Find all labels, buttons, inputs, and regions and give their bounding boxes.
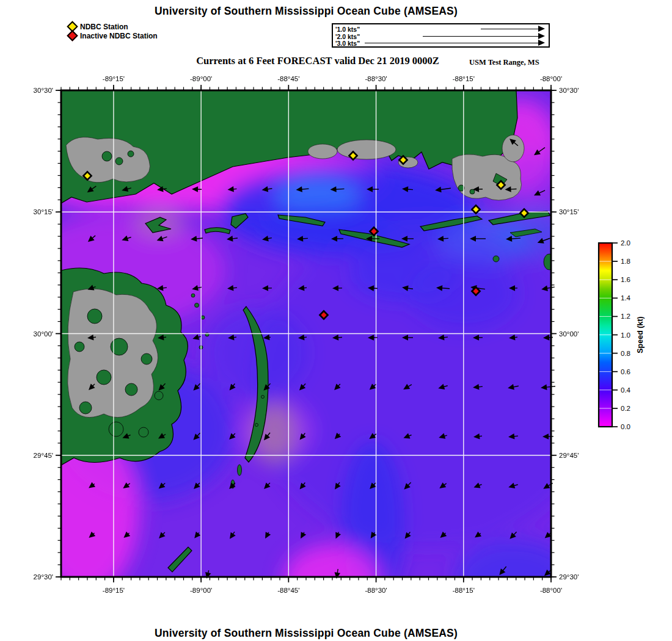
- inactive-station-diamond-icon: [67, 30, 78, 41]
- svg-text:30°30': 30°30': [559, 87, 579, 94]
- legend-label: Inactive NDBC Station: [80, 32, 158, 40]
- svg-text:30°15': 30°15': [34, 208, 53, 215]
- legend-label: NDBC Station: [80, 23, 128, 31]
- svg-text:-89°00': -89°00': [190, 587, 212, 594]
- scale-label: '2.0 kts": [335, 33, 360, 40]
- svg-text:-88°00': -88°00': [540, 75, 562, 82]
- colorbar-axis-label: Speed (kt): [636, 316, 645, 353]
- svg-text:-88°00': -88°00': [540, 587, 562, 594]
- scale-row: '2.0 kts": [333, 33, 549, 40]
- legend-item-inactive: Inactive NDBC Station: [67, 31, 158, 40]
- colorbar-tick-label: 0.6: [621, 368, 630, 375]
- scale-row: '1.0 kts": [333, 26, 549, 32]
- colorbar-tick-label: 0.8: [621, 350, 630, 357]
- scale-arrowhead-icon: [538, 33, 545, 39]
- svg-text:29°45': 29°45': [34, 452, 53, 459]
- svg-text:29°30': 29°30': [559, 573, 579, 581]
- svg-text:-88°45': -88°45': [277, 587, 299, 594]
- svg-text:-89°15': -89°15': [103, 75, 125, 82]
- colorbar-tick-label: 1.6: [621, 276, 630, 283]
- svg-text:30°00': 30°00': [34, 330, 53, 338]
- footer-title: University of Southern Mississippi Ocean…: [0, 627, 612, 640]
- scale-label: '3.0 kts": [335, 40, 360, 47]
- svg-text:30°15': 30°15': [559, 208, 579, 215]
- back-bay-marsh: [337, 140, 396, 159]
- svg-text:-88°30': -88°30': [365, 75, 387, 82]
- page-title: University of Southern Mississippi Ocean…: [0, 5, 612, 18]
- svg-text:29°45': 29°45': [559, 452, 579, 459]
- svg-text:30°00': 30°00': [559, 330, 579, 338]
- scale-arrow-line: [481, 29, 539, 29]
- scale-arrowhead-icon: [538, 40, 545, 46]
- svg-text:-89°15': -89°15': [103, 587, 125, 594]
- colorbar-tick-label: 2.0: [621, 239, 630, 247]
- station-legend: NDBC Station Inactive NDBC Station: [67, 22, 158, 40]
- colorbar-tick-label: 1.0: [621, 331, 630, 339]
- svg-text:-89°00': -89°00': [190, 75, 212, 82]
- colorbar-tick-label: 1.2: [621, 313, 630, 320]
- forecast-map-page: University of Southern Mississippi Ocean…: [0, 0, 672, 641]
- colorbar-tick-label: 1.8: [621, 258, 630, 265]
- svg-text:-88°15': -88°15': [453, 587, 475, 594]
- scale-arrowhead-icon: [538, 26, 545, 32]
- scale-row: '3.0 kts": [333, 40, 549, 46]
- svg-text:29°30': 29°30': [34, 573, 53, 581]
- scale-label: '1.0 kts": [335, 26, 360, 33]
- colorbar-tick-label: 0.0: [621, 423, 630, 430]
- scale-arrow-line: [365, 43, 539, 43]
- vector-scale-legend: '1.0 kts"'2.0 kts"'3.0 kts": [332, 23, 550, 48]
- colorbar-tick-label: 0.4: [621, 386, 631, 394]
- scale-arrow-line: [423, 36, 539, 37]
- legend-item-active: NDBC Station: [67, 22, 158, 31]
- svg-text:-88°15': -88°15': [453, 75, 475, 82]
- current-map: -89°15'-89°15'-89°00'-89°00'-88°45'-88°4…: [34, 64, 590, 617]
- colorbar-tick-label: 0.2: [621, 405, 630, 412]
- speed-colorbar: 0.00.20.40.60.81.01.21.41.61.82.0Speed (…: [593, 236, 669, 440]
- svg-text:30°30': 30°30': [34, 87, 53, 94]
- svg-text:-88°30': -88°30': [365, 587, 387, 594]
- colorbar-tick-label: 1.4: [621, 294, 631, 302]
- svg-text:-88°45': -88°45': [277, 75, 299, 82]
